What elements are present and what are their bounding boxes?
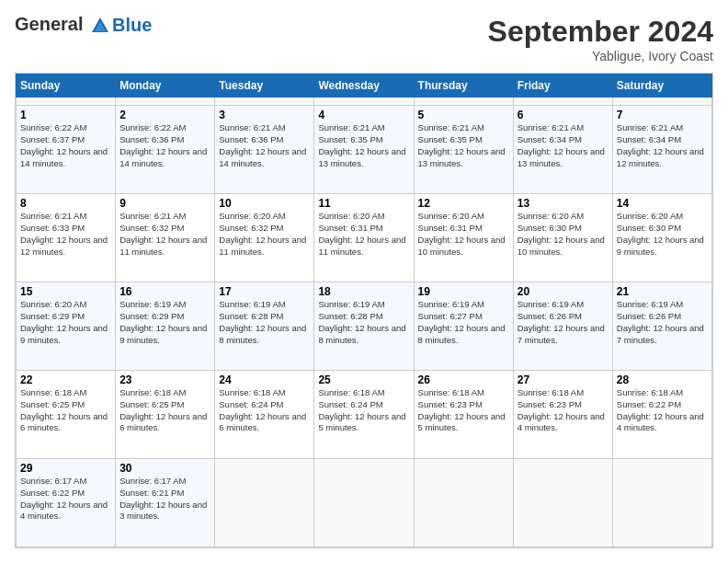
day-info: Sunrise: 6:18 AM Sunset: 6:25 PM Dayligh… <box>20 387 111 434</box>
table-cell <box>215 98 314 106</box>
logo-blue: Blue <box>112 16 152 34</box>
col-sunday: Sunday <box>17 75 116 98</box>
day-number: 11 <box>318 197 409 210</box>
day-info: Sunrise: 6:19 AM Sunset: 6:28 PM Dayligh… <box>219 299 310 346</box>
table-cell: 16 Sunrise: 6:19 AM Sunset: 6:29 PM Dayl… <box>116 282 215 371</box>
day-info: Sunrise: 6:18 AM Sunset: 6:23 PM Dayligh… <box>418 387 509 434</box>
day-number: 15 <box>20 285 111 298</box>
month-title: September 2024 <box>488 15 713 49</box>
day-number: 19 <box>418 285 509 298</box>
day-number: 6 <box>518 109 609 121</box>
day-number: 28 <box>617 373 708 386</box>
page-container: General Blue September 2024 Yabligue, Iv… <box>0 0 728 563</box>
table-cell: 1 Sunrise: 6:22 AM Sunset: 6:37 PM Dayli… <box>17 106 116 194</box>
table-cell: 15 Sunrise: 6:20 AM Sunset: 6:29 PM Dayl… <box>17 282 116 371</box>
calendar-header: Sunday Monday Tuesday Wednesday Thursday… <box>17 75 712 98</box>
day-info: Sunrise: 6:20 AM Sunset: 6:31 PM Dayligh… <box>418 211 509 258</box>
logo-icon <box>90 16 110 36</box>
day-info: Sunrise: 6:19 AM Sunset: 6:26 PM Dayligh… <box>518 299 609 346</box>
day-info: Sunrise: 6:20 AM Sunset: 6:29 PM Dayligh… <box>20 299 111 346</box>
table-cell: 17 Sunrise: 6:19 AM Sunset: 6:28 PM Dayl… <box>215 282 314 371</box>
day-number: 17 <box>219 285 310 298</box>
day-number: 23 <box>119 373 210 386</box>
table-cell <box>414 458 513 546</box>
day-info: Sunrise: 6:21 AM Sunset: 6:36 PM Dayligh… <box>219 122 310 169</box>
day-info: Sunrise: 6:22 AM Sunset: 6:36 PM Dayligh… <box>119 122 210 169</box>
day-number: 2 <box>119 109 210 121</box>
day-info: Sunrise: 6:18 AM Sunset: 6:23 PM Dayligh… <box>518 387 609 434</box>
day-info: Sunrise: 6:21 AM Sunset: 6:34 PM Dayligh… <box>518 122 609 169</box>
day-info: Sunrise: 6:18 AM Sunset: 6:24 PM Dayligh… <box>219 387 310 434</box>
col-friday: Friday <box>513 75 612 98</box>
table-cell: 25 Sunrise: 6:18 AM Sunset: 6:24 PM Dayl… <box>314 371 414 459</box>
day-info: Sunrise: 6:21 AM Sunset: 6:32 PM Dayligh… <box>119 211 210 258</box>
day-info: Sunrise: 6:19 AM Sunset: 6:28 PM Dayligh… <box>318 299 409 346</box>
table-cell: 20 Sunrise: 6:19 AM Sunset: 6:26 PM Dayl… <box>513 282 612 371</box>
day-info: Sunrise: 6:19 AM Sunset: 6:29 PM Dayligh… <box>119 299 210 346</box>
col-thursday: Thursday <box>414 75 513 98</box>
table-cell <box>314 98 414 106</box>
day-number: 14 <box>617 197 708 210</box>
table-cell: 11 Sunrise: 6:20 AM Sunset: 6:31 PM Dayl… <box>314 194 414 282</box>
logo: General Blue <box>15 15 152 36</box>
day-number: 5 <box>418 109 509 121</box>
day-info: Sunrise: 6:17 AM Sunset: 6:22 PM Dayligh… <box>20 476 111 523</box>
day-number: 7 <box>617 109 708 121</box>
day-number: 4 <box>318 109 409 121</box>
table-cell <box>513 458 612 546</box>
col-tuesday: Tuesday <box>215 75 314 98</box>
table-cell <box>612 98 711 106</box>
table-cell: 27 Sunrise: 6:18 AM Sunset: 6:23 PM Dayl… <box>513 371 612 459</box>
day-number: 21 <box>617 285 708 298</box>
table-cell: 6 Sunrise: 6:21 AM Sunset: 6:34 PM Dayli… <box>513 106 612 194</box>
table-cell <box>314 458 414 546</box>
day-number: 30 <box>119 462 210 475</box>
day-number: 24 <box>219 373 310 386</box>
table-cell: 2 Sunrise: 6:22 AM Sunset: 6:36 PM Dayli… <box>116 106 215 194</box>
day-info: Sunrise: 6:17 AM Sunset: 6:21 PM Dayligh… <box>119 476 210 523</box>
day-number: 3 <box>219 109 310 121</box>
table-cell: 10 Sunrise: 6:20 AM Sunset: 6:32 PM Dayl… <box>215 194 314 282</box>
header: General Blue September 2024 Yabligue, Iv… <box>15 15 713 63</box>
day-number: 1 <box>20 109 111 121</box>
table-cell: 29 Sunrise: 6:17 AM Sunset: 6:22 PM Dayl… <box>17 458 116 546</box>
day-number: 25 <box>318 373 409 386</box>
day-info: Sunrise: 6:20 AM Sunset: 6:32 PM Dayligh… <box>219 211 310 258</box>
day-number: 20 <box>518 285 609 298</box>
table-cell <box>116 98 215 106</box>
day-number: 8 <box>20 197 111 210</box>
table-cell: 28 Sunrise: 6:18 AM Sunset: 6:22 PM Dayl… <box>612 371 711 459</box>
table-cell: 23 Sunrise: 6:18 AM Sunset: 6:25 PM Dayl… <box>116 371 215 459</box>
day-number: 29 <box>20 462 111 475</box>
table-cell: 21 Sunrise: 6:19 AM Sunset: 6:26 PM Dayl… <box>612 282 711 371</box>
table-cell <box>17 98 116 106</box>
table-cell: 22 Sunrise: 6:18 AM Sunset: 6:25 PM Dayl… <box>17 371 116 459</box>
day-info: Sunrise: 6:19 AM Sunset: 6:27 PM Dayligh… <box>418 299 509 346</box>
day-number: 26 <box>418 373 509 386</box>
title-area: September 2024 Yabligue, Ivory Coast <box>488 15 713 63</box>
logo-general: General <box>15 14 83 34</box>
day-number: 10 <box>219 197 310 210</box>
table-cell: 24 Sunrise: 6:18 AM Sunset: 6:24 PM Dayl… <box>215 371 314 459</box>
day-info: Sunrise: 6:21 AM Sunset: 6:35 PM Dayligh… <box>418 122 509 169</box>
calendar-table: Sunday Monday Tuesday Wednesday Thursday… <box>16 74 712 547</box>
location: Yabligue, Ivory Coast <box>488 49 713 63</box>
day-info: Sunrise: 6:18 AM Sunset: 6:24 PM Dayligh… <box>318 387 409 434</box>
calendar-body: 1 Sunrise: 6:22 AM Sunset: 6:37 PM Dayli… <box>17 98 712 547</box>
table-cell: 3 Sunrise: 6:21 AM Sunset: 6:36 PM Dayli… <box>215 106 314 194</box>
table-cell: 5 Sunrise: 6:21 AM Sunset: 6:35 PM Dayli… <box>414 106 513 194</box>
day-info: Sunrise: 6:21 AM Sunset: 6:33 PM Dayligh… <box>20 211 111 258</box>
day-number: 18 <box>318 285 409 298</box>
table-cell: 8 Sunrise: 6:21 AM Sunset: 6:33 PM Dayli… <box>17 194 116 282</box>
day-number: 13 <box>518 197 609 210</box>
day-info: Sunrise: 6:21 AM Sunset: 6:35 PM Dayligh… <box>318 122 409 169</box>
day-number: 12 <box>418 197 509 210</box>
day-info: Sunrise: 6:18 AM Sunset: 6:22 PM Dayligh… <box>617 387 708 434</box>
table-cell: 13 Sunrise: 6:20 AM Sunset: 6:30 PM Dayl… <box>513 194 612 282</box>
day-info: Sunrise: 6:20 AM Sunset: 6:31 PM Dayligh… <box>318 211 409 258</box>
day-number: 16 <box>119 285 210 298</box>
table-cell <box>612 458 711 546</box>
day-info: Sunrise: 6:21 AM Sunset: 6:34 PM Dayligh… <box>617 122 708 169</box>
col-wednesday: Wednesday <box>314 75 414 98</box>
table-cell: 9 Sunrise: 6:21 AM Sunset: 6:32 PM Dayli… <box>116 194 215 282</box>
